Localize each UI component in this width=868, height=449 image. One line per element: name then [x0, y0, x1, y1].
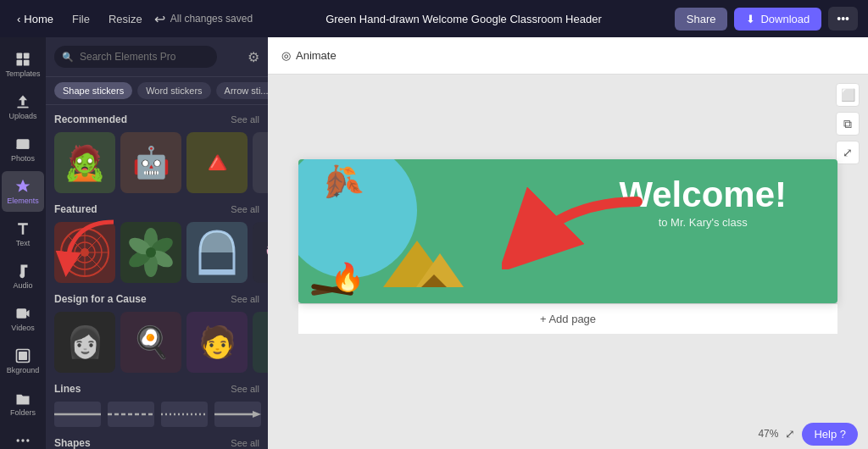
photos-label: Photos	[11, 154, 35, 163]
tabs-row: Shape stickers Word stickers Arrow sti..…	[46, 77, 268, 105]
svg-rect-9	[19, 352, 27, 360]
uploads-icon	[14, 93, 31, 110]
undo-button[interactable]: ↩	[154, 11, 165, 27]
svg-point-11	[21, 439, 24, 441]
elements-label: Elements	[7, 197, 39, 205]
bottom-bar: 47% ⤢ Help ?	[268, 419, 868, 449]
templates-label: Templates	[5, 69, 40, 78]
sticker-zombie[interactable]: 🧟	[54, 132, 115, 193]
sticker-floral[interactable]	[120, 222, 181, 283]
topbar-right: Share ⬇ Download •••	[675, 7, 858, 30]
svg-rect-7	[17, 308, 27, 319]
sidebar-item-elements[interactable]: Elements	[2, 171, 44, 212]
sticker-pharaoh[interactable]: 🗿	[253, 132, 268, 193]
svg-point-28	[146, 247, 156, 258]
canvas-frame-button[interactable]: ⬜	[836, 83, 860, 107]
elements-panel: 🔍 ⚙ Shape stickers Word stickers Arrow s…	[46, 37, 268, 449]
background-icon	[14, 347, 31, 364]
pyramid-sticker	[379, 236, 464, 295]
more-options-button[interactable]: •••	[828, 7, 858, 30]
svg-rect-1	[24, 53, 30, 59]
shapes-section-header: Shapes See all	[54, 437, 259, 449]
resize-button[interactable]: Resize	[102, 9, 149, 29]
shapes-see-all[interactable]: See all	[231, 438, 259, 448]
search-icon: 🔍	[62, 52, 74, 63]
zoom-fit-button[interactable]: ⤢	[785, 427, 795, 441]
sticker-egg[interactable]: 🍳	[120, 312, 181, 373]
lines-see-all[interactable]: See all	[231, 384, 259, 394]
sticker-flowers[interactable]: 🌸	[253, 222, 268, 283]
tab-word-stickers[interactable]: Word stickers	[137, 82, 210, 99]
background-label: Bkground	[7, 366, 40, 374]
zoom-level: 47%	[758, 428, 778, 440]
leaf-stem-sticker: ✦	[332, 189, 341, 201]
line-dotted[interactable]	[161, 402, 208, 427]
help-button[interactable]: Help ?	[802, 423, 858, 446]
sticker-pyramid[interactable]: 🔺	[186, 132, 248, 193]
sticker-woman1[interactable]: 👩	[54, 312, 115, 373]
svg-rect-2	[17, 60, 23, 66]
sidebar-item-more[interactable]: More	[2, 425, 44, 449]
sidebar-item-photos[interactable]: Photos	[2, 129, 44, 169]
recommended-row: 🧟 🤖 🔺 🗿	[54, 132, 259, 193]
featured-section-header: Featured See all	[54, 203, 259, 215]
add-page-label: + Add page	[540, 313, 596, 325]
floral-icon	[125, 227, 176, 278]
photos-icon	[14, 136, 31, 152]
home-button[interactable]: ‹ Home	[10, 9, 60, 29]
mandala-icon	[59, 227, 110, 278]
main-layout: Templates Uploads Photos Elements Text A…	[0, 37, 868, 449]
tab-shape-stickers[interactable]: Shape stickers	[54, 82, 132, 99]
sticker-mandala[interactable]	[54, 222, 115, 283]
canvas-red-arrow	[502, 185, 646, 273]
chevron-left-icon: ‹	[17, 13, 20, 25]
videos-label: Videos	[11, 324, 34, 332]
lines-section-header: Lines See all	[54, 383, 259, 395]
arrow-line-icon	[214, 410, 261, 419]
sidebar-item-videos[interactable]: Videos	[2, 298, 44, 339]
featured-row: 🌸	[54, 222, 259, 283]
solid-line-icon	[54, 412, 101, 417]
line-solid[interactable]	[54, 402, 101, 427]
lines-title: Lines	[54, 383, 81, 395]
design-cause-row: 👩 🍳 🧑 💃	[54, 312, 259, 373]
animate-button[interactable]: ◎ Animate	[281, 49, 337, 62]
sidebar-item-background[interactable]: Bkground	[2, 341, 44, 381]
share-button[interactable]: Share	[675, 8, 728, 30]
animate-label: Animate	[296, 49, 337, 62]
sidebar-item-templates[interactable]: Templates	[2, 44, 44, 85]
svg-point-12	[26, 439, 29, 441]
sidebar-item-text[interactable]: Text	[2, 213, 44, 254]
file-button[interactable]: File	[65, 9, 97, 29]
featured-see-all[interactable]: See all	[231, 204, 259, 214]
line-dashed[interactable]	[108, 402, 154, 427]
svg-marker-34	[253, 411, 261, 418]
sticker-dancer[interactable]: 💃	[253, 312, 268, 373]
sidebar-item-audio[interactable]: Audio	[2, 256, 44, 297]
sidebar-item-folders[interactable]: Folders	[2, 383, 44, 424]
recommended-see-all[interactable]: See all	[231, 114, 259, 125]
canvas-toolbar: ◎ Animate	[268, 37, 868, 75]
document-title: Green Hand-drawn Welcome Google Classroo…	[326, 13, 602, 25]
svg-point-6	[19, 141, 21, 144]
sticker-woman2[interactable]: 🧑	[186, 312, 248, 373]
filter-button[interactable]: ⚙	[248, 49, 259, 65]
fire-sticker: 🔥	[331, 261, 364, 293]
download-label: Download	[760, 13, 810, 25]
sticker-robot[interactable]: 🤖	[120, 132, 181, 193]
search-input[interactable]	[54, 46, 217, 68]
sidebar-item-uploads[interactable]: Uploads	[2, 86, 44, 127]
line-arrow[interactable]	[214, 402, 261, 427]
svg-rect-29	[200, 269, 234, 274]
panel-content: Recommended See all 🧟 🤖 🔺 🗿 Feat	[46, 105, 268, 449]
tab-arrow-stickers[interactable]: Arrow sti...	[216, 82, 268, 99]
canvas-expand-button[interactable]: ⤢	[836, 141, 860, 164]
add-page-button[interactable]: + Add page	[298, 303, 837, 334]
canvas-container: ⬜ ⧉ ⤢ 🍂 ✦ 🔥	[268, 75, 868, 419]
sticker-arch[interactable]	[186, 222, 248, 283]
topbar: ‹ Home File Resize ↩ All changes saved G…	[0, 0, 868, 37]
download-button[interactable]: ⬇ Download	[734, 8, 821, 30]
design-cause-title: Design for a Cause	[54, 293, 147, 305]
canvas-copy-button[interactable]: ⧉	[836, 112, 860, 136]
design-cause-see-all[interactable]: See all	[231, 294, 259, 304]
